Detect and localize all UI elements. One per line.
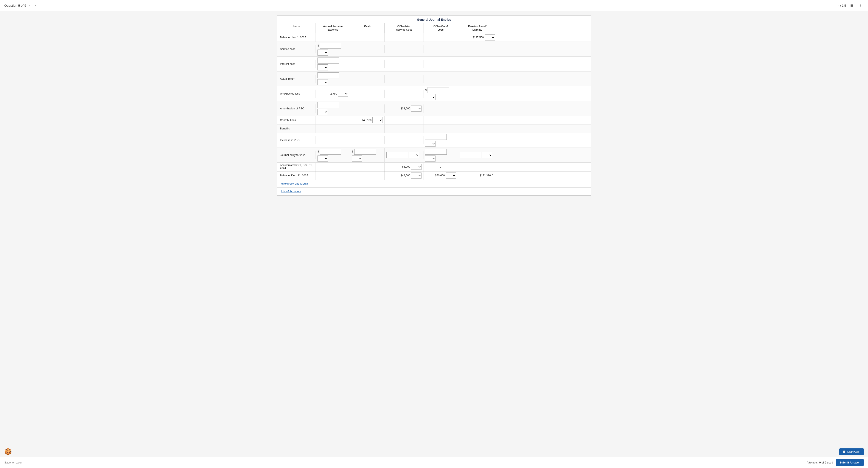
cell-balance-jan-col3: [385, 33, 424, 41]
row-label-accumulated-oci: Accumulated OCI, Dec. 31, 2024: [277, 163, 316, 171]
unexpected-loss-oci-input[interactable]: [428, 87, 449, 93]
cell-return-col5: [458, 75, 497, 83]
journal-pension-dropdown[interactable]: Dr.Cr.: [482, 152, 492, 158]
cell-interest-col3: [385, 60, 424, 68]
table-row: Amortization of PSC Dr.Cr. $38,500 Dr.Cr…: [277, 101, 591, 116]
cell-balance-dec-col1: [316, 171, 350, 180]
journal-cash-input[interactable]: [354, 149, 376, 155]
journal-oci-prior-dropdown[interactable]: Dr.Cr.: [409, 152, 419, 158]
balance-dec-oci-gain-dropdown[interactable]: Dr.Cr.: [446, 173, 456, 179]
cell-journal-col4: Dr.Cr.: [424, 148, 458, 162]
cell-return-col3: [385, 75, 424, 83]
accum-oci-prior-dropdown[interactable]: Dr.Cr.: [411, 164, 422, 170]
col-header-cash: Cash: [350, 23, 385, 33]
cell-return-col2: [350, 75, 385, 83]
amort-psc-oci-dropdown[interactable]: Dr.Cr.: [411, 105, 422, 112]
question-label: Question 5 of 5: [4, 4, 26, 7]
service-cost-expense-dropdown[interactable]: Dr.Cr.: [317, 50, 328, 56]
cell-pbo-col5: [458, 136, 497, 144]
cell-accum-col1: [316, 163, 350, 171]
cell-interest-col1: Dr.Cr.: [316, 57, 350, 71]
cell-journal-col1: $ Dr.Cr.: [316, 148, 350, 162]
cell-unexpected-col1: 2,750 Dr.Cr.: [316, 90, 350, 98]
journal-expense-dropdown[interactable]: Dr.Cr.: [317, 156, 328, 161]
row-label-service-cost: Service cost: [277, 45, 316, 53]
table-row: Contributions $45,100 Dr.Cr.: [277, 116, 591, 124]
cell-balance-jan-col4: [424, 33, 458, 41]
journal-oci-prior-input[interactable]: [386, 152, 408, 158]
interest-cost-expense-dropdown[interactable]: Dr.Cr.: [317, 64, 328, 70]
unexpected-loss-col1-dropdown[interactable]: Dr.Cr.: [338, 91, 348, 97]
journal-pension-input[interactable]: [460, 152, 481, 158]
cell-amort-col2: [350, 104, 385, 113]
unexpected-loss-oci-dropdown[interactable]: Dr.Cr.: [425, 94, 435, 100]
contributions-cash-dropdown[interactable]: Dr.Cr.: [372, 117, 383, 123]
cell-return-col1: Dr.Cr.: [316, 71, 350, 86]
table-row: Balance, Dec. 31, 2025 $49,500 Dr.Cr. $5…: [277, 171, 591, 180]
cell-benefits-col2: [350, 124, 385, 133]
cell-pbo-col3: [385, 136, 424, 144]
next-arrow-button[interactable]: ›: [33, 3, 37, 8]
table-row: Benefits: [277, 124, 591, 133]
cell-journal-col3: Dr.Cr.: [385, 151, 424, 159]
col-header-oci-prior: OCI—PriorService Cost: [385, 23, 424, 33]
cell-accum-col5: [458, 163, 497, 171]
cell-amort-col4: [424, 104, 458, 113]
balance-jan-col5-dropdown[interactable]: Dr.Cr.: [485, 34, 495, 40]
interest-cost-expense-input[interactable]: [317, 58, 339, 64]
cell-return-col4: [424, 75, 458, 83]
table-row: Interest cost Dr.Cr.: [277, 57, 591, 71]
amort-psc-expense-input[interactable]: [317, 102, 339, 108]
table-row: Service cost $ Dr.Cr.: [277, 42, 591, 57]
row-label-benefits: Benefits: [277, 124, 316, 133]
cell-service-col3: [385, 45, 424, 53]
cell-service-col2: [350, 45, 385, 53]
cell-service-col5: [458, 45, 497, 53]
cell-unexpected-col5: [458, 90, 497, 98]
cell-accum-col2: [350, 163, 385, 171]
cell-contrib-col4: [424, 116, 458, 124]
cell-amort-col5: [458, 104, 497, 113]
etextbook-link[interactable]: eTextbook and Media: [277, 180, 591, 188]
list-of-accounts-link[interactable]: List of Accounts: [277, 188, 591, 195]
column-headers: Items Annual PensionExpense Cash OCI—Pri…: [277, 23, 591, 33]
journal-oci-gain-input[interactable]: [425, 149, 447, 155]
row-label-actual-return: Actual return: [277, 75, 316, 83]
cell-amort-col1: Dr.Cr.: [316, 101, 350, 116]
cell-benefits-col5: [458, 124, 497, 133]
increase-pbo-oci-input[interactable]: [425, 134, 447, 140]
cell-amort-col3: $38,500 Dr.Cr.: [385, 104, 424, 113]
top-bar: Question 5 of 5 ‹ › - / 1.5 ☰ ⋮: [0, 0, 868, 11]
top-bar-right: - / 1.5 ☰ ⋮: [838, 3, 864, 8]
row-label-unexpected-loss: Unexpected loss: [277, 90, 316, 98]
row-label-balance-jan: Balance, Jan. 1, 2025: [277, 33, 316, 41]
footer-area: eTextbook and Media List of Accounts: [277, 180, 591, 195]
main-content: General Journal Entries Items Annual Pen…: [270, 11, 598, 200]
actual-return-expense-dropdown[interactable]: Dr.Cr.: [317, 79, 328, 85]
actual-return-expense-input[interactable]: [317, 72, 339, 79]
prev-arrow-button[interactable]: ‹: [28, 3, 32, 8]
journal-expense-input[interactable]: [320, 149, 341, 155]
cell-balance-dec-col3: $49,500 Dr.Cr.: [385, 171, 424, 180]
cell-pbo-col2: [350, 136, 385, 144]
table-row: Accumulated OCI, Dec. 31, 2024 88,000 Dr…: [277, 163, 591, 171]
table-row: Journal entry for 2025 $ Dr.Cr. $ Dr.Cr.: [277, 148, 591, 163]
row-label-interest-cost: Interest cost: [277, 60, 316, 68]
cell-contrib-col2: $45,100 Dr.Cr.: [350, 116, 385, 124]
cell-journal-col2: $ Dr.Cr.: [350, 148, 385, 162]
increase-pbo-oci-dropdown[interactable]: Dr.Cr.: [425, 141, 435, 147]
amort-psc-expense-dropdown[interactable]: Dr.Cr.: [317, 109, 328, 115]
cell-accum-col3: 88,000 Dr.Cr.: [385, 163, 424, 171]
row-label-increase-pbo: Increase in PBO: [277, 136, 316, 144]
table-row: Balance, Jan. 1, 2025 $137,500 Dr.Cr.: [277, 33, 591, 42]
cell-benefits-col3: [385, 124, 424, 133]
col-header-oci-gain: OCI— Gain/Loss: [424, 23, 458, 33]
journal-cash-dropdown[interactable]: Dr.Cr.: [352, 156, 362, 161]
list-icon-button[interactable]: ☰: [849, 3, 855, 8]
service-cost-expense-input[interactable]: [320, 43, 341, 49]
journal-oci-gain-dropdown[interactable]: Dr.Cr.: [425, 156, 435, 161]
cell-balance-dec-col4: $50,600 Dr.Cr.: [424, 171, 458, 180]
balance-dec-oci-prior-dropdown[interactable]: Dr.Cr.: [411, 173, 422, 179]
row-label-journal-entry-2025: Journal entry for 2025: [277, 151, 316, 159]
more-icon-button[interactable]: ⋮: [858, 3, 864, 8]
